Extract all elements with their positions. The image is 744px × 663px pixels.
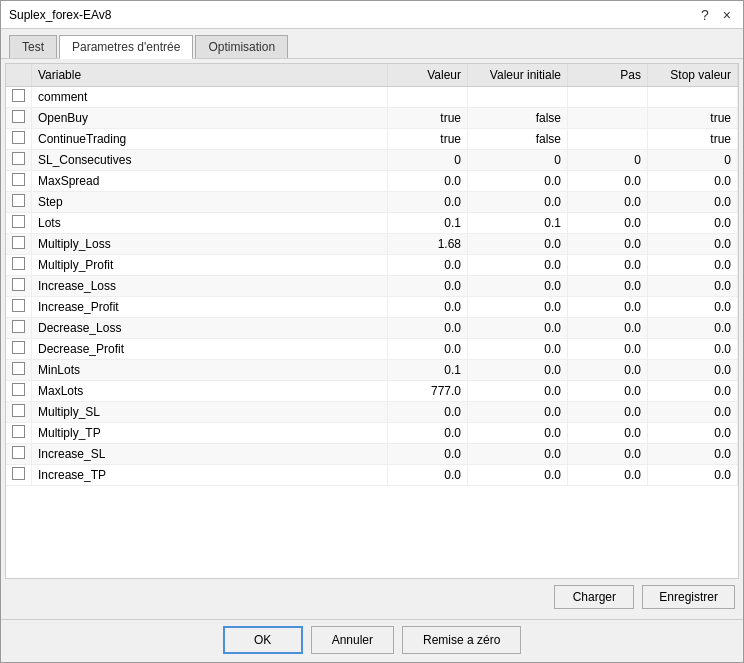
- row-pas[interactable]: 0.0: [568, 255, 648, 276]
- tab-optimisation[interactable]: Optimisation: [195, 35, 288, 58]
- row-stop-valeur[interactable]: 0.0: [648, 171, 738, 192]
- ok-button[interactable]: OK: [223, 626, 303, 654]
- row-pas[interactable]: 0.0: [568, 171, 648, 192]
- row-valeur-initiale[interactable]: false: [468, 108, 568, 129]
- row-stop-valeur[interactable]: 0.0: [648, 276, 738, 297]
- row-valeur[interactable]: 0.0: [388, 255, 468, 276]
- row-valeur[interactable]: 0.0: [388, 339, 468, 360]
- row-checkbox[interactable]: [12, 362, 25, 375]
- row-pas[interactable]: 0.0: [568, 213, 648, 234]
- row-checkbox[interactable]: [12, 236, 25, 249]
- row-valeur[interactable]: true: [388, 129, 468, 150]
- row-valeur-initiale[interactable]: 0.0: [468, 381, 568, 402]
- row-stop-valeur[interactable]: 0.0: [648, 444, 738, 465]
- parameters-table-container[interactable]: Variable Valeur Valeur initiale Pas Stop…: [5, 63, 739, 579]
- row-pas[interactable]: 0.0: [568, 276, 648, 297]
- row-stop-valeur[interactable]: 0: [648, 150, 738, 171]
- row-valeur-initiale[interactable]: 0.0: [468, 423, 568, 444]
- row-stop-valeur[interactable]: 0.0: [648, 297, 738, 318]
- row-valeur[interactable]: true: [388, 108, 468, 129]
- row-valeur-initiale[interactable]: 0.0: [468, 339, 568, 360]
- row-valeur-initiale[interactable]: [468, 87, 568, 108]
- help-button[interactable]: ?: [697, 8, 713, 22]
- row-valeur[interactable]: 0.0: [388, 402, 468, 423]
- row-pas[interactable]: 0.0: [568, 465, 648, 486]
- row-pas[interactable]: 0.0: [568, 444, 648, 465]
- row-valeur-initiale[interactable]: 0.0: [468, 297, 568, 318]
- row-valeur-initiale[interactable]: 0.1: [468, 213, 568, 234]
- row-checkbox[interactable]: [12, 89, 25, 102]
- row-valeur[interactable]: 0.0: [388, 318, 468, 339]
- row-checkbox[interactable]: [12, 215, 25, 228]
- row-checkbox[interactable]: [12, 425, 25, 438]
- row-valeur[interactable]: 0.0: [388, 171, 468, 192]
- row-stop-valeur[interactable]: 0.0: [648, 255, 738, 276]
- row-stop-valeur[interactable]: 0.0: [648, 213, 738, 234]
- row-valeur-initiale[interactable]: 0.0: [468, 276, 568, 297]
- charger-button[interactable]: Charger: [554, 585, 634, 609]
- row-valeur[interactable]: 0.1: [388, 360, 468, 381]
- row-stop-valeur[interactable]: 0.0: [648, 402, 738, 423]
- row-stop-valeur[interactable]: 0.0: [648, 465, 738, 486]
- row-pas[interactable]: 0.0: [568, 339, 648, 360]
- row-checkbox[interactable]: [12, 278, 25, 291]
- row-valeur[interactable]: 0.1: [388, 213, 468, 234]
- row-valeur-initiale[interactable]: 0.0: [468, 234, 568, 255]
- row-valeur-initiale[interactable]: 0: [468, 150, 568, 171]
- row-valeur-initiale[interactable]: 0.0: [468, 360, 568, 381]
- row-checkbox[interactable]: [12, 173, 25, 186]
- row-pas[interactable]: 0.0: [568, 423, 648, 444]
- row-pas[interactable]: 0.0: [568, 381, 648, 402]
- row-checkbox[interactable]: [12, 446, 25, 459]
- row-valeur-initiale[interactable]: 0.0: [468, 255, 568, 276]
- row-pas[interactable]: [568, 108, 648, 129]
- row-stop-valeur[interactable]: 0.0: [648, 318, 738, 339]
- row-valeur-initiale[interactable]: 0.0: [468, 192, 568, 213]
- row-valeur-initiale[interactable]: 0.0: [468, 402, 568, 423]
- row-valeur[interactable]: 0.0: [388, 465, 468, 486]
- row-stop-valeur[interactable]: 0.0: [648, 234, 738, 255]
- row-pas[interactable]: 0.0: [568, 297, 648, 318]
- row-checkbox[interactable]: [12, 299, 25, 312]
- row-stop-valeur[interactable]: true: [648, 129, 738, 150]
- tab-params[interactable]: Parametres d'entrée: [59, 35, 193, 59]
- row-stop-valeur[interactable]: [648, 87, 738, 108]
- row-pas[interactable]: 0.0: [568, 192, 648, 213]
- row-valeur[interactable]: 0.0: [388, 423, 468, 444]
- row-valeur-initiale[interactable]: false: [468, 129, 568, 150]
- row-checkbox[interactable]: [12, 257, 25, 270]
- row-checkbox[interactable]: [12, 467, 25, 480]
- annuler-button[interactable]: Annuler: [311, 626, 394, 654]
- row-pas[interactable]: 0.0: [568, 318, 648, 339]
- row-checkbox[interactable]: [12, 131, 25, 144]
- row-stop-valeur[interactable]: 0.0: [648, 192, 738, 213]
- row-valeur-initiale[interactable]: 0.0: [468, 444, 568, 465]
- row-pas[interactable]: [568, 129, 648, 150]
- row-pas[interactable]: 0.0: [568, 360, 648, 381]
- row-valeur-initiale[interactable]: 0.0: [468, 318, 568, 339]
- row-valeur[interactable]: 0.0: [388, 444, 468, 465]
- row-stop-valeur[interactable]: 0.0: [648, 339, 738, 360]
- row-stop-valeur[interactable]: 0.0: [648, 423, 738, 444]
- row-checkbox[interactable]: [12, 341, 25, 354]
- enregistrer-button[interactable]: Enregistrer: [642, 585, 735, 609]
- row-stop-valeur[interactable]: 0.0: [648, 360, 738, 381]
- row-valeur[interactable]: 1.68: [388, 234, 468, 255]
- row-checkbox[interactable]: [12, 404, 25, 417]
- row-pas[interactable]: 0.0: [568, 234, 648, 255]
- close-button[interactable]: ×: [719, 8, 735, 22]
- row-valeur[interactable]: 777.0: [388, 381, 468, 402]
- row-stop-valeur[interactable]: true: [648, 108, 738, 129]
- row-checkbox[interactable]: [12, 110, 25, 123]
- row-pas[interactable]: [568, 87, 648, 108]
- remise-button[interactable]: Remise a zéro: [402, 626, 521, 654]
- row-valeur[interactable]: 0.0: [388, 297, 468, 318]
- row-valeur[interactable]: 0.0: [388, 276, 468, 297]
- row-valeur-initiale[interactable]: 0.0: [468, 171, 568, 192]
- row-valeur[interactable]: [388, 87, 468, 108]
- row-checkbox[interactable]: [12, 383, 25, 396]
- tab-test[interactable]: Test: [9, 35, 57, 58]
- row-valeur[interactable]: 0: [388, 150, 468, 171]
- row-stop-valeur[interactable]: 0.0: [648, 381, 738, 402]
- row-checkbox[interactable]: [12, 320, 25, 333]
